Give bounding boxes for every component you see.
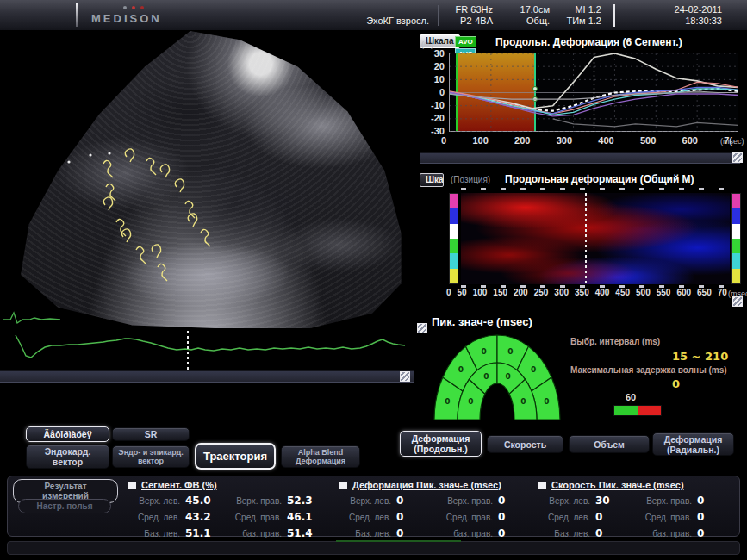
x-tick-label: 0 [441,135,446,146]
measure-value: 52.3 [287,495,328,507]
segment-value: 0 [481,347,486,356]
resize-corner-icon[interactable] [732,152,743,163]
measure-label: Верх. лев. [128,496,185,506]
mmode-x-tick-label: 350 [575,288,589,297]
measure-row: Сред. лев.0Сред. прав.0 [339,511,542,523]
position-label: (Позиция) [451,175,490,184]
segment-value: 0 [445,397,450,406]
measure-value: 43.2 [185,511,227,523]
measure-label: Сред. лев. [128,513,185,522]
strain-curves-svg [450,53,738,132]
x-tick-label: 300 [557,135,572,146]
ultrasound-image-area[interactable] [0,31,414,328]
measure-value: 0 [595,527,637,539]
measure-value: 0 [697,511,738,523]
measure-label: Сред. прав. [438,513,498,522]
measure-label: Верх. лев. [538,496,595,506]
measure-row: Сред. лев.0Сред. прав.0 [538,511,741,523]
mmode-strain-map[interactable] [461,193,730,284]
mode-button-деформация-радиальн-[interactable]: Деформация (Радиальн.) [652,432,734,456]
mmode-x-tick-label: 550 [657,288,671,297]
chart-scroll-strip[interactable] [420,152,740,164]
mmode-x-tick-label: 150 [493,288,507,297]
colorbar-block [732,208,740,223]
max-delay-label: Максимальная задержка волны (ms) [570,365,727,375]
bottom-green-accent [336,540,461,542]
x-axis-unit: (msec) [720,137,744,146]
section-title: Сегмент. ФВ (%) [141,480,217,490]
measure-value: 0 [697,527,738,539]
interval-value: 15 ~ 210 [672,350,728,363]
section-checkbox[interactable] [339,482,347,489]
fields-setup-button[interactable]: Настр. полья [18,499,111,513]
measure-label: Баз. лев. [538,529,595,538]
cine-scrollbar[interactable] [0,370,414,383]
segment-value: 0 [531,365,536,374]
mmode-time-cursor[interactable] [585,193,587,286]
x-tick-label: 600 [682,135,698,146]
measure-value: 0 [595,511,637,523]
measure-label: Верх. прав. [637,496,697,506]
colorbar-block [450,224,458,239]
mmode-x-tick-label: 250 [534,288,549,297]
section-checkbox[interactable] [538,482,546,489]
measure-section: Сегмент. ФВ (%)Верх. лев.45.0Верх. прав.… [128,480,331,539]
segment-value: 0 [505,372,510,381]
avo-marker-badge[interactable]: AVO [455,36,476,47]
mmode-scale-button[interactable]: Шкала [420,173,444,187]
measure-label: баз. прав. [438,529,498,538]
threshold-value: 60 [626,392,636,402]
mmode-x-tick-label: 50 [458,288,467,297]
brand-divider [76,3,78,27]
mmode-x-tick-label: 600 [676,288,691,297]
mode-button-скорость[interactable]: Скорость [487,435,563,453]
mmode-x-tick-label: 450 [615,288,630,297]
y-tick-label: 30 [420,48,445,59]
measure-label: баз. прав. [637,529,697,538]
speckle-texture [0,31,414,328]
colorbar-block [450,208,458,223]
measurement-results-panel: Результат измерений Настр. полья Сегмент… [7,476,740,537]
mode-button--[interactable]: Äåôîðìàöèÿ [26,426,109,442]
measure-label: Верх. лев. [339,496,396,506]
mode-button-деформация-продольн-[interactable]: Деформация (Продольн.) [400,431,482,457]
x-tick-label: 100 [472,135,488,146]
ecg-waveform [0,328,414,370]
colorbar-block [450,194,458,208]
strain-chart-plot[interactable] [449,53,738,132]
y-tick-label: 10 [420,74,445,84]
mmode-x-ticks: 0501001502002503003504004505005506006507… [446,288,727,297]
measure-value: 30 [595,495,637,507]
resize-corner-icon[interactable] [400,371,410,382]
measure-value: 0 [396,495,438,507]
interval-label: Выбр. интервал (ms) [570,337,660,346]
logo-dot-red [132,6,135,9]
mode-button-объем[interactable]: Объем [569,435,650,453]
mmode-x-tick-label: 400 [595,288,610,297]
bottom-status-strip [7,541,740,555]
mode-button-эндо-и-эпикард-вектор[interactable]: Эндо- и эпикард. вектор [112,445,190,468]
measure-row: Баз. лев.51.1баз. прав.51.4 [128,527,331,539]
measure-value: 46.1 [287,511,328,523]
measure-label: Сред. лев. [538,513,595,522]
x-axis-ticks: 01002003004005006007( [441,135,732,146]
measure-row: Сред. лев.43.2Сред. прав.46.1 [128,511,331,523]
measure-value: 0 [396,527,438,539]
resize-corner-icon[interactable] [732,296,743,307]
mode-button-траектория[interactable]: Траектория [195,443,276,470]
measure-value: 51.4 [287,527,328,539]
mode-button-alpha-blend-деформация[interactable]: Alpha Blend Деформация [281,445,360,468]
segment-value: 0 [507,347,513,356]
y-tick-label: -20 [420,113,445,123]
colorbar-block [732,224,740,239]
mmode-top-ticks [461,188,730,190]
mmode-x-tick-label: 70 [718,288,727,297]
section-checkbox[interactable] [128,482,136,489]
exam-date: 24-02-2011 [627,4,722,16]
colorbar-block [450,269,458,283]
colorbar-block [450,239,458,253]
measure-value: 0 [697,495,738,507]
mode-button-эндокард-вектор[interactable]: Эндокард. вектор [26,445,109,469]
measure-value: 0 [498,511,539,523]
mode-button-sr[interactable]: SR [112,427,190,441]
